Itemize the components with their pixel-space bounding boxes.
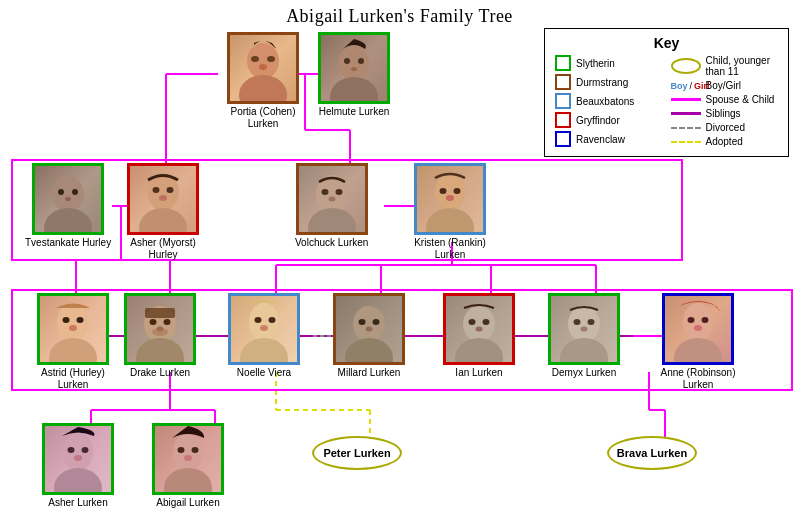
svg-point-70 [57, 303, 89, 341]
svg-point-58 [167, 187, 174, 193]
person-helmute: Helmute Lurken [318, 32, 390, 118]
oval-brava: Brava Lurken [607, 436, 697, 470]
svg-point-40 [247, 43, 279, 79]
svg-point-53 [72, 189, 78, 195]
svg-point-50 [52, 176, 84, 212]
photo-volchuck [296, 163, 368, 235]
svg-point-77 [150, 319, 157, 325]
svg-point-90 [373, 319, 380, 325]
svg-point-101 [581, 327, 588, 332]
svg-point-49 [351, 67, 357, 71]
svg-point-76 [136, 338, 184, 362]
name-volchuck: Volchuck Lurken [295, 237, 368, 249]
legend-title: Key [555, 35, 778, 51]
svg-point-113 [164, 468, 212, 492]
svg-point-111 [74, 455, 82, 461]
person-abigail: Abigail Lurken [152, 423, 224, 509]
svg-point-116 [184, 455, 192, 461]
durmstrang-label: Durmstrang [576, 77, 628, 88]
svg-point-93 [455, 338, 503, 362]
name-asher-h: Asher (Myorst) Hurley [118, 237, 208, 261]
svg-point-95 [483, 319, 490, 325]
svg-point-78 [164, 319, 171, 325]
person-kristen: Kristen (Rankin) Lurken [405, 163, 495, 261]
person-demyx: Demyx Lurken [548, 293, 620, 379]
svg-point-47 [344, 58, 350, 64]
legend-col-left: Slytherin Durmstrang Beauxbatons Gryffin… [555, 55, 663, 150]
svg-point-61 [308, 208, 356, 232]
svg-point-67 [440, 188, 447, 194]
divorced-label: Divorced [706, 122, 745, 133]
photo-ian [443, 293, 515, 365]
svg-point-63 [335, 189, 342, 195]
spouse-label: Spouse & Child [706, 94, 775, 105]
boy-girl-swatch: Boy/Girl [671, 81, 701, 91]
legend-col-right: Child, younger than 11 Boy/Girl Boy/Girl… [671, 55, 779, 150]
svg-point-100 [588, 319, 595, 325]
svg-point-45 [339, 45, 369, 81]
svg-point-107 [63, 433, 93, 471]
photo-tvestankate [32, 163, 104, 235]
divorced-dash-swatch [671, 127, 701, 129]
svg-point-57 [153, 187, 160, 193]
oval-peter: Peter Lurken [312, 436, 402, 470]
person-tvestankate: Tvestankate Hurley [25, 163, 111, 249]
legend-item-adopted: Adopted [671, 136, 779, 147]
svg-point-112 [173, 433, 203, 471]
svg-point-94 [469, 319, 476, 325]
legend-item-divorced: Divorced [671, 122, 779, 133]
gryffindor-label: Gryffindor [576, 115, 620, 126]
legend-item-child: Child, younger than 11 [671, 55, 779, 77]
svg-point-87 [353, 306, 385, 342]
name-noelle: Noelle Viera [237, 367, 291, 379]
svg-point-97 [568, 306, 600, 342]
person-anne: Anne (Robinson) Lurken [653, 293, 743, 391]
person-asher-l: Asher Lurken [42, 423, 114, 509]
legend-item-boy-girl: Boy/Girl Boy/Girl [671, 80, 779, 91]
person-noelle: Noelle Viera [228, 293, 300, 379]
svg-point-92 [463, 306, 495, 342]
legend-item-durmstrang: Durmstrang [555, 74, 663, 90]
legend-item-gryffindor: Gryffindor [555, 112, 663, 128]
legend-item-siblings: Siblings [671, 108, 779, 119]
person-volchuck: Volchuck Lurken [295, 163, 368, 249]
legend-item-spouse: Spouse & Child [671, 94, 779, 105]
siblings-line-swatch [671, 112, 701, 115]
svg-rect-81 [145, 308, 175, 318]
svg-point-52 [58, 189, 64, 195]
svg-point-46 [330, 77, 378, 101]
svg-point-73 [77, 317, 84, 323]
photo-millard [333, 293, 405, 365]
svg-point-99 [574, 319, 581, 325]
photo-drake [124, 293, 196, 365]
photo-abigail [152, 423, 224, 495]
photo-portia [227, 32, 299, 104]
svg-point-91 [366, 327, 373, 332]
svg-point-64 [328, 197, 335, 202]
beauxbatons-swatch [555, 93, 571, 109]
spouse-line-swatch [671, 98, 701, 101]
legend-item-slytherin: Slytherin [555, 55, 663, 71]
svg-point-83 [240, 338, 288, 362]
photo-noelle [228, 293, 300, 365]
svg-point-59 [159, 195, 167, 201]
person-ian: Ian Lurken [443, 293, 515, 379]
child-oval-swatch [671, 58, 701, 74]
gryffindor-swatch [555, 112, 571, 128]
durmstrang-swatch [555, 74, 571, 90]
family-tree: Abigail Lurken's Family Tree [0, 0, 799, 523]
boy-girl-label: Boy/Girl [706, 80, 742, 91]
legend-item-beauxbatons: Beauxbatons [555, 93, 663, 109]
person-portia: Portia (Cohen) Lurken [218, 32, 308, 130]
slytherin-swatch [555, 55, 571, 71]
svg-point-48 [358, 58, 364, 64]
person-asher-h: Asher (Myorst) Hurley [118, 163, 208, 261]
svg-point-71 [49, 338, 97, 362]
svg-point-89 [359, 319, 366, 325]
person-drake: Drake Lurken [124, 293, 196, 379]
svg-point-56 [139, 208, 187, 232]
svg-point-43 [267, 56, 275, 62]
photo-asher-l [42, 423, 114, 495]
svg-point-96 [476, 327, 483, 332]
svg-point-42 [251, 56, 259, 62]
